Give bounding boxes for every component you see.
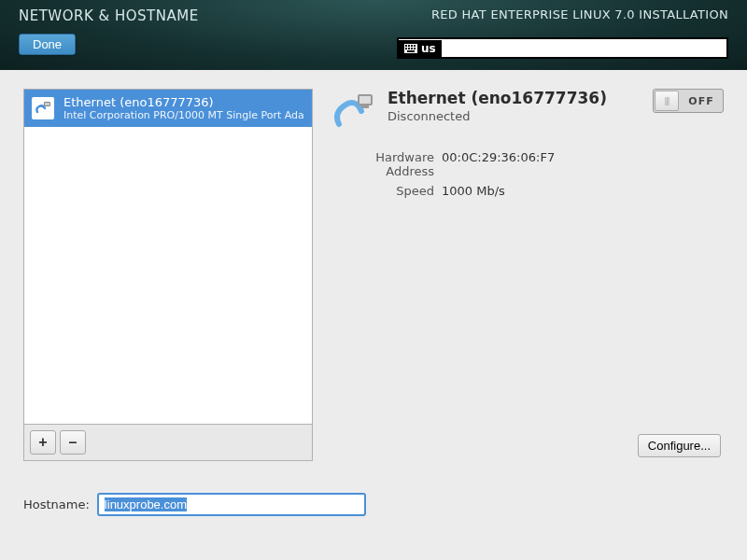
network-device-list[interactable]: Ethernet (eno16777736) Intel Corporation…: [23, 89, 313, 425]
toggle-state-label: OFF: [680, 95, 723, 107]
device-detail-title: Ethernet (eno16777736): [388, 89, 607, 107]
connection-toggle[interactable]: OFF: [653, 89, 724, 113]
configure-button[interactable]: Configure...: [638, 434, 721, 457]
device-toolbar: + –: [23, 425, 313, 461]
hostname-label: Hostname:: [23, 497, 90, 511]
ethernet-icon: [32, 97, 54, 119]
device-item-description: Intel Corporation PRO/1000 MT Single Por…: [63, 109, 304, 121]
header-bar: NETWORK & HOSTNAME RED HAT ENTERPRISE LI…: [0, 0, 747, 70]
svg-rect-6: [408, 48, 410, 49]
done-button[interactable]: Done: [19, 34, 76, 55]
hw-address-label: Hardware Address: [331, 150, 442, 178]
speed-label: Speed: [331, 184, 442, 198]
ethernet-large-icon: [331, 89, 376, 133]
svg-rect-13: [359, 96, 371, 104]
svg-rect-3: [411, 45, 413, 47]
svg-rect-9: [407, 50, 415, 52]
svg-rect-8: [414, 48, 416, 49]
toggle-knob: [655, 91, 679, 111]
device-status: Disconnected: [388, 109, 607, 123]
keyboard-layout-label: us: [421, 42, 436, 55]
hostname-input[interactable]: [97, 493, 366, 516]
page-title: NETWORK & HOSTNAME: [19, 7, 199, 24]
svg-rect-4: [414, 45, 416, 47]
hw-address-value: 00:0C:29:36:06:F7: [442, 150, 555, 178]
installer-title: RED HAT ENTERPRISE LINUX 7.0 INSTALLATIO…: [431, 7, 728, 24]
device-list-item[interactable]: Ethernet (eno16777736) Intel Corporation…: [24, 90, 312, 127]
svg-rect-7: [411, 48, 413, 49]
keyboard-icon: [404, 44, 417, 53]
svg-rect-14: [361, 105, 369, 108]
add-device-button[interactable]: +: [30, 430, 56, 455]
device-item-name: Ethernet (eno16777736): [63, 95, 304, 109]
speed-value: 1000 Mb/s: [442, 184, 505, 198]
svg-rect-1: [405, 45, 407, 47]
svg-rect-11: [45, 103, 49, 105]
svg-rect-2: [408, 45, 410, 47]
svg-rect-5: [405, 48, 407, 49]
keyboard-layout-indicator[interactable]: us: [397, 37, 728, 59]
remove-device-button[interactable]: –: [60, 430, 86, 455]
